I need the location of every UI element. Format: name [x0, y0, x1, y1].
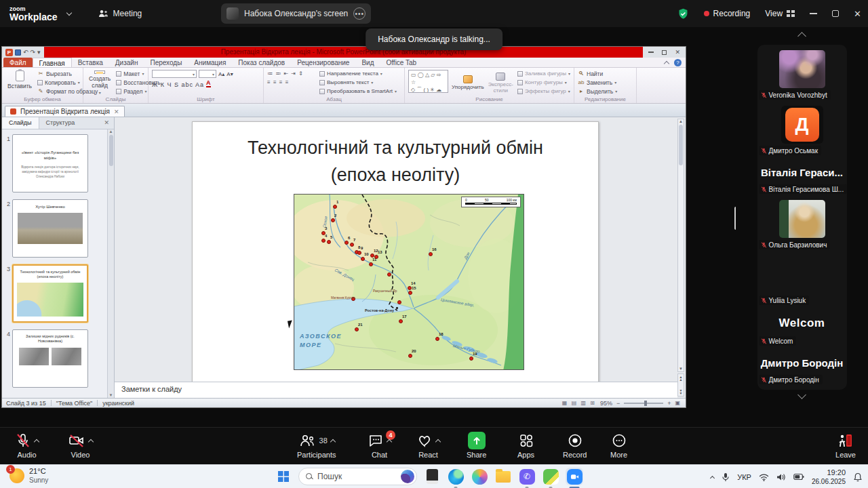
taskbar-app-photos[interactable]	[542, 468, 559, 485]
save-icon[interactable]	[15, 49, 21, 56]
chat-button[interactable]: 4 Chat	[368, 432, 391, 459]
audio-button[interactable]: Audio	[15, 432, 39, 459]
taskbar-app-explorer[interactable]	[494, 468, 512, 485]
thumbnails-scrollbar[interactable]: ▲ ▼	[107, 129, 114, 398]
workspace-chevron-down-icon[interactable]	[66, 9, 71, 15]
shape-outline-button[interactable]: Контур фигуры▾	[517, 79, 570, 87]
tab-options-icon[interactable]: •••	[353, 7, 366, 20]
tab-transitions[interactable]: Переходы	[144, 58, 188, 67]
react-button[interactable]: React	[416, 432, 440, 459]
share-button[interactable]: Share	[467, 432, 486, 459]
document-tab-close-icon[interactable]: ✕	[114, 108, 119, 115]
scroll-participants-down-button[interactable]	[736, 390, 868, 402]
slide-thumbnail-4[interactable]: 4 Залишки мідних рудників (с. Новозванів…	[3, 329, 106, 388]
security-shield-icon[interactable]	[677, 8, 689, 20]
language-indicator[interactable]: украинский	[102, 400, 134, 407]
taskbar-search[interactable]: Пошук	[298, 468, 417, 485]
speaker-icon[interactable]	[776, 473, 786, 481]
tab-insert[interactable]: Вставка	[72, 58, 109, 67]
participant-tile-dmytro-borodin[interactable]: Дмитро Бородін Дмитро Бородін	[757, 352, 847, 384]
zoom-out-button[interactable]: −	[616, 400, 620, 407]
find-button[interactable]: 🔍︎Найти	[578, 70, 617, 78]
close-button[interactable]: ✕	[854, 9, 861, 18]
paste-button[interactable]: Вставить	[5, 70, 34, 96]
tab-slideshow[interactable]: Показ слайдов	[232, 58, 291, 67]
shapes-gallery[interactable]: ▭ ◯ △ ▱ ⇨ ☆ ◇ ⌒ ( ) ✳ ☁	[408, 70, 448, 93]
record-button[interactable]: Record	[563, 432, 587, 459]
undo-icon[interactable]: ↶	[23, 49, 28, 56]
collapse-ribbon-icon[interactable]	[664, 60, 669, 66]
tab-file[interactable]: Файл	[3, 58, 33, 67]
grow-font-button[interactable]: A▴	[218, 71, 224, 77]
zoom-slider[interactable]	[624, 403, 663, 404]
help-icon[interactable]: ?	[674, 59, 682, 66]
text-direction-button[interactable]: Направление текста▾	[319, 70, 397, 78]
slide-thumbnail-2[interactable]: 2 Хутір Шевченко	[3, 199, 106, 258]
taskbar-clock[interactable]: 19:20 26.06.2025	[812, 468, 846, 486]
tab-slides-pane[interactable]: Слайды	[2, 117, 39, 129]
slide-thumbnail-1[interactable]: 1 «Івент «Історія Луганщини без міфів» В…	[3, 134, 106, 192]
view-button[interactable]: View	[765, 9, 795, 18]
participant-tile-yuliia[interactable]: Yuliia Lysiuk	[757, 256, 847, 305]
arrange-button[interactable]: Упорядочить	[452, 70, 484, 96]
taskbar-app-edge[interactable]	[447, 468, 465, 485]
scroll-participants-up-button[interactable]	[736, 27, 868, 43]
font-format-buttons[interactable]: Ж К Ч S abc Aa	[152, 81, 204, 88]
apps-button[interactable]: Apps	[517, 432, 534, 459]
quick-styles-button[interactable]: Экспресс-стили	[488, 70, 514, 96]
font-size-combobox[interactable]: ▾	[199, 70, 216, 78]
tab-animations[interactable]: Анимация	[188, 58, 232, 67]
react-chevron-icon[interactable]	[435, 439, 441, 444]
more-button[interactable]: More	[610, 432, 627, 459]
recording-indicator[interactable]: Recording	[704, 9, 751, 18]
tab-home[interactable]: Главная	[33, 58, 72, 67]
taskbar-app-zoom[interactable]	[566, 468, 583, 485]
participants-chevron-icon[interactable]	[330, 439, 336, 444]
ppt-minimize-button[interactable]	[648, 52, 654, 53]
list-buttons[interactable]: ≔ ≕ ⇤ ⇥ ⇕	[267, 70, 316, 78]
participant-tile-olha[interactable]: Ольга Барзилович	[757, 200, 847, 249]
font-color-button[interactable]: A	[206, 80, 211, 87]
search-highlight-image[interactable]	[401, 470, 414, 483]
slide-thumbnail-3[interactable]: 3 Технологічний та культурний обмін (епо…	[3, 264, 106, 323]
slide-nav-buttons[interactable]: ▲▲ ▼▼	[677, 373, 684, 396]
minimize-button[interactable]	[810, 13, 817, 14]
notifications-bell-icon[interactable]	[853, 472, 863, 482]
next-slide-button[interactable]: ▼▼	[679, 389, 683, 394]
video-button[interactable]: Video	[68, 432, 93, 459]
font-name-combobox[interactable]: ▾	[152, 70, 197, 78]
current-slide-canvas[interactable]: Технологічний та культурний обмін (епоха…	[192, 121, 599, 383]
align-buttons[interactable]: ≡ ≡ ≡ ≡	[267, 79, 316, 87]
taskbar-app-viber[interactable]: ✆	[518, 468, 536, 485]
wifi-icon[interactable]	[759, 473, 769, 481]
tray-overflow-chevron-icon[interactable]	[710, 475, 715, 480]
participant-tile-welcom[interactable]: Welcom Welcom	[757, 311, 847, 346]
qat-dropdown-icon[interactable]: ▾	[37, 49, 41, 56]
battery-icon[interactable]	[793, 473, 804, 481]
close-pane-icon[interactable]: ✕	[99, 117, 114, 129]
previous-slide-button[interactable]: ▲▲	[679, 375, 683, 381]
ppt-close-button[interactable]: ✕	[675, 49, 680, 56]
smartart-button[interactable]: Преобразовать в SmartArt▾	[319, 87, 397, 96]
replace-button[interactable]: abЗаменить▾	[578, 79, 617, 87]
tab-office-tab[interactable]: Office Tab	[380, 58, 422, 67]
view-mode-buttons[interactable]: ▦ ▤ ▥ ⊞	[562, 400, 596, 406]
editor-scrollbar[interactable]: ▲ ▼	[677, 119, 684, 372]
redo-icon[interactable]: ↷	[31, 49, 36, 56]
shrink-font-button[interactable]: A▾	[226, 71, 233, 77]
shape-effects-button[interactable]: Эффекты фигур▾	[517, 87, 570, 96]
select-button[interactable]: ▸Выделить▾	[578, 87, 617, 96]
new-slide-button[interactable]: Создать слайд▾	[87, 70, 113, 96]
start-button[interactable]	[275, 468, 292, 485]
participants-button[interactable]: 38 Participants	[297, 432, 336, 459]
participant-tile-veronika[interactable]: Veronika Vorozhbyt	[757, 50, 847, 100]
tab-meeting[interactable]: Meeting	[98, 9, 142, 18]
tab-view[interactable]: Вид	[355, 58, 380, 67]
ppt-restore-button[interactable]	[662, 50, 667, 55]
zoom-in-button[interactable]: +	[667, 400, 671, 407]
maximize-button[interactable]	[832, 10, 839, 17]
tray-mic-icon[interactable]	[722, 472, 730, 482]
participant-tile-vitaliia[interactable]: Віталія Гераси... Віталія Герасимова Ш..…	[757, 161, 847, 194]
notes-pane[interactable]: Заметки к слайду	[115, 382, 677, 398]
participant-tile-dmytro-osmak[interactable]: Д Дмитро Осьмак	[757, 106, 847, 155]
